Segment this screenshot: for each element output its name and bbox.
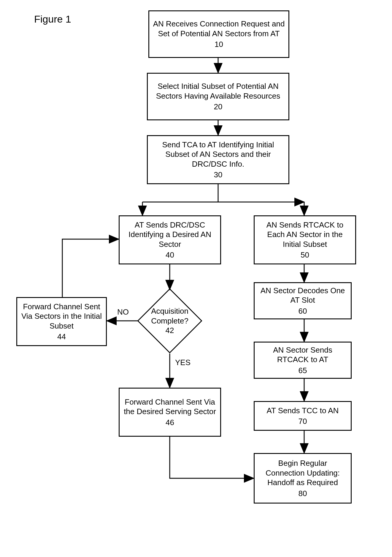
node-70: AT Sends TCC to AN 70 bbox=[254, 401, 352, 431]
node-80-text: Begin Regular Connection Updating: Hando… bbox=[258, 458, 347, 487]
label-yes: YES bbox=[175, 358, 191, 367]
node-40-num: 40 bbox=[166, 250, 174, 260]
label-no: NO bbox=[117, 307, 129, 317]
node-60-text: AN Sector Decodes One AT Slot bbox=[258, 286, 347, 305]
node-70-num: 70 bbox=[299, 416, 307, 426]
node-65-text: AN Sector Sends RTCACK to AT bbox=[258, 345, 347, 365]
node-42-num: 42 bbox=[166, 326, 174, 335]
node-50-num: 50 bbox=[301, 250, 309, 260]
node-10: AN Receives Connection Request and Set o… bbox=[148, 10, 289, 58]
node-42-decision: Acquisition Complete? 42 bbox=[137, 288, 202, 354]
figure-title: Figure 1 bbox=[34, 13, 71, 25]
node-80-num: 80 bbox=[299, 489, 307, 498]
node-80: Begin Regular Connection Updating: Hando… bbox=[254, 453, 352, 504]
node-40-text: AT Sends DRC/DSC Identifying a Desired A… bbox=[123, 220, 217, 249]
node-30-num: 30 bbox=[214, 170, 223, 180]
node-44-text: Forward Channel Sent Via Sectors in the … bbox=[21, 302, 102, 331]
node-60-num: 60 bbox=[299, 306, 307, 316]
node-10-text: AN Receives Connection Request and Set o… bbox=[153, 19, 285, 38]
node-46-text: Forward Channel Sent Via the Desired Ser… bbox=[123, 397, 217, 416]
node-44: Forward Channel Sent Via Sectors in the … bbox=[16, 297, 107, 346]
node-70-text: AT Sends TCC to AN bbox=[267, 406, 339, 416]
node-50-text: AN Sends RTCACK to Each AN Sector in the… bbox=[258, 220, 352, 249]
node-60: AN Sector Decodes One AT Slot 60 bbox=[254, 282, 352, 319]
node-65: AN Sector Sends RTCACK to AT 65 bbox=[254, 342, 352, 379]
node-65-num: 65 bbox=[299, 366, 307, 375]
node-40: AT Sends DRC/DSC Identifying a Desired A… bbox=[119, 215, 221, 264]
node-20: Select Initial Subset of Potential AN Se… bbox=[147, 73, 289, 120]
node-42-text: Acquisition Complete? bbox=[137, 306, 202, 326]
node-50: AN Sends RTCACK to Each AN Sector in the… bbox=[254, 215, 356, 264]
node-10-num: 10 bbox=[215, 40, 223, 49]
node-30-text: Send TCA to AT Identifying Initial Subse… bbox=[151, 140, 285, 169]
node-30: Send TCA to AT Identifying Initial Subse… bbox=[147, 135, 289, 184]
node-44-num: 44 bbox=[57, 332, 66, 342]
node-20-num: 20 bbox=[214, 102, 223, 112]
node-20-text: Select Initial Subset of Potential AN Se… bbox=[151, 81, 285, 101]
node-46-num: 46 bbox=[166, 418, 174, 427]
node-46: Forward Channel Sent Via the Desired Ser… bbox=[119, 388, 221, 437]
